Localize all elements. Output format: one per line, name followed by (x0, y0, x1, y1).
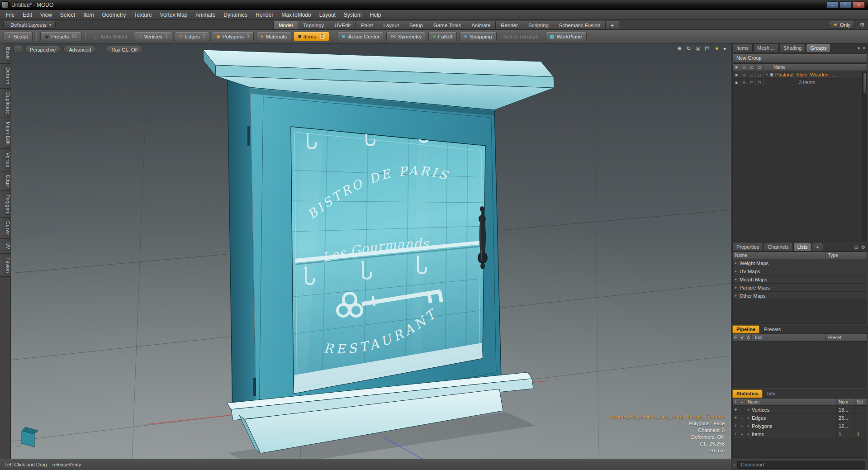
tab-paint[interactable]: Paint (356, 21, 378, 29)
menu-render[interactable]: Render (251, 11, 277, 19)
add-layout-tab-button[interactable]: + (605, 21, 619, 29)
render-column-icon[interactable]: ◎ (740, 64, 748, 71)
grid-icon[interactable]: ▤ (705, 45, 710, 52)
menu-maxtomodo[interactable]: MaxToModo (277, 11, 315, 19)
panel-collapse-icon[interactable]: ▸ (724, 45, 726, 52)
gear-icon[interactable]: ⚙ (859, 21, 865, 28)
polygons-button[interactable]: ◆ Polygons 3 (212, 32, 253, 41)
menu-layout[interactable]: Layout (315, 11, 340, 19)
workplane-button[interactable]: ▦ WorkPlane (545, 32, 586, 41)
menu-animate[interactable]: Animate (191, 11, 219, 19)
add-icon[interactable]: + (733, 422, 739, 430)
command-input[interactable]: Command (737, 461, 865, 469)
expander-icon[interactable]: ▸ (748, 416, 749, 420)
left-tab-basic[interactable]: Basic (0, 43, 11, 64)
tab-close-icon[interactable]: × (863, 46, 865, 51)
expander-icon[interactable]: ▸ (735, 269, 737, 273)
left-tab-deform[interactable]: Deform (0, 64, 11, 88)
list-item-uv-maps[interactable]: ▸ UV Maps (733, 267, 867, 275)
rotate-icon[interactable]: ↻ (686, 45, 691, 52)
tree-scrollbar[interactable] (862, 71, 867, 241)
snapping-button[interactable]: ⊞ Snapping (459, 32, 497, 41)
vertices-button[interactable]: ∴ Vertices 1 (134, 32, 172, 41)
expand-icon[interactable]: + (766, 72, 768, 77)
tab-scripting[interactable]: Scripting (523, 21, 554, 29)
left-tab-edge[interactable]: Edge (0, 171, 11, 191)
sculpt-button[interactable]: ◐ Sculpt (4, 32, 33, 41)
filter-column-icon[interactable]: ▢ (756, 64, 764, 71)
items-button[interactable]: ■ Items 5 (294, 32, 329, 41)
tab-uvedit[interactable]: UVEdit (329, 21, 356, 29)
symmetry-button[interactable]: ⋈ Symmetry (386, 32, 426, 41)
remove-icon[interactable]: - (739, 430, 745, 438)
materials-button[interactable]: ● Materials (256, 32, 291, 41)
tab-layout[interactable]: Layout (378, 21, 404, 29)
menu-item[interactable]: Item (79, 11, 98, 19)
add-panel-tab-button[interactable]: + (812, 243, 823, 251)
zoom-icon[interactable]: ◎ (695, 45, 700, 52)
stat-row-polygons[interactable]: + - ▸Polygons 12... (733, 422, 867, 430)
left-tab-fusion[interactable]: Fusion (0, 254, 11, 277)
menu-texture[interactable]: Texture (130, 11, 156, 19)
tab-info[interactable]: Info (763, 389, 779, 398)
add-icon[interactable]: + (733, 430, 739, 438)
tab-setup[interactable]: Setup (404, 21, 428, 29)
eye-icon[interactable]: ◉ (733, 79, 740, 86)
only-button[interactable]: ★ Only (829, 21, 855, 29)
tab-game-tools[interactable]: Game Tools (428, 21, 466, 29)
collapse-icon[interactable]: › (733, 461, 735, 468)
list-item-weight-maps[interactable]: ▸ Weight Maps (733, 259, 867, 267)
stat-row-edges[interactable]: + - ▸Edges 25... (733, 414, 867, 422)
viewport-menu-icon[interactable]: ≡ (14, 46, 22, 53)
menu-vertex-map[interactable]: Vertex Map (156, 11, 192, 19)
tab-render[interactable]: Render (495, 21, 523, 29)
tab-animate[interactable]: Animate (466, 21, 495, 29)
tab-groups[interactable]: Groups (806, 44, 830, 52)
select-through-button[interactable]: Select Through (499, 32, 543, 41)
expander-icon[interactable]: ▸ (748, 424, 749, 428)
expander-icon[interactable]: ▸ (735, 294, 737, 298)
box-icon[interactable]: ▢ (756, 79, 764, 86)
expander-icon[interactable]: ▸ (748, 432, 749, 436)
group-subrow[interactable]: ◉ ◎ ▢ ▢ 3 Items (733, 79, 867, 86)
menu-dynamics[interactable]: Dynamics (219, 11, 251, 19)
expander-icon[interactable]: ▸ (735, 285, 737, 290)
left-tab-curve[interactable]: Curve (0, 218, 11, 239)
expander-icon[interactable]: ▸ (735, 277, 737, 281)
shade-icon[interactable]: ◎ (740, 71, 748, 78)
close-button[interactable]: × (853, 1, 865, 8)
tab-shading[interactable]: Shading (779, 44, 806, 52)
menu-system[interactable]: System (340, 11, 366, 19)
tab-channels[interactable]: Channels (764, 243, 792, 251)
stat-row-vertices[interactable]: + - ▸Vertices 13... (733, 406, 867, 414)
falloff-button[interactable]: ● Falloff (428, 32, 457, 41)
default-layouts-button[interactable]: Default Layouts ▾ (3, 21, 56, 29)
tab-schematic-fusion[interactable]: Schematic Fusion (554, 21, 605, 29)
left-tab-polygon[interactable]: Polygon (0, 191, 11, 217)
ray-gl-button[interactable]: Ray GL: Off (106, 46, 143, 53)
render-preview-icon[interactable]: ★ (714, 45, 719, 52)
expander-icon[interactable]: ▸ (735, 261, 737, 265)
tab-presets[interactable]: Presets (760, 325, 785, 333)
pan-icon[interactable]: ⊕ (677, 45, 682, 52)
tab-mesh[interactable]: Mesh ... (753, 44, 779, 52)
menu-edit[interactable]: Edit (19, 11, 36, 19)
group-name[interactable]: Pastoral_Style_Wooden_ ... (775, 72, 837, 77)
action-center-button[interactable]: ⊕ Action Center (337, 32, 384, 41)
tab-model[interactable]: Model (273, 21, 298, 29)
remove-icon[interactable]: - (739, 406, 745, 413)
visibility-column-icon[interactable]: ◉ (733, 64, 740, 71)
list-item-particle-maps[interactable]: ▸ Particle Maps (733, 284, 867, 292)
panel-gear-icon[interactable]: ⚙ (861, 245, 865, 250)
tab-lists[interactable]: Lists (793, 243, 812, 251)
menu-help[interactable]: Help (366, 11, 385, 19)
left-tab-vertex[interactable]: Vertex (0, 149, 11, 171)
menu-view[interactable]: View (36, 11, 56, 19)
edges-button[interactable]: ◇ Edges 2 (175, 32, 210, 41)
tab-topology[interactable]: Topology (298, 21, 329, 29)
tab-pipeline[interactable]: Pipeline (732, 325, 759, 333)
tab-statistics[interactable]: Statistics (732, 389, 763, 398)
advanced-button[interactable]: Advanced (63, 46, 96, 53)
scrollbar-thumb[interactable] (863, 72, 866, 93)
menu-geometry[interactable]: Geometry (98, 11, 130, 19)
